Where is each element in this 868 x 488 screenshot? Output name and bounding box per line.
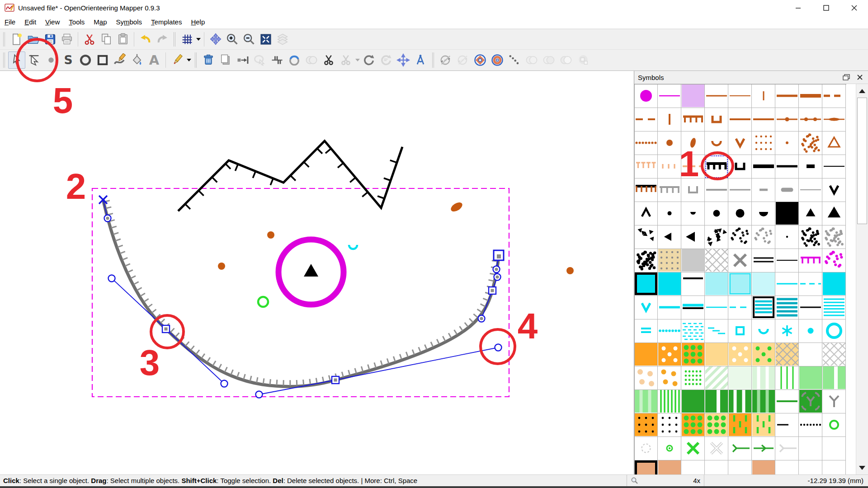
symbol-tile[interactable] [705, 413, 728, 437]
control-point-handle[interactable] [495, 344, 502, 351]
symbol-tile[interactable] [705, 225, 728, 249]
control-point-handle[interactable] [108, 275, 115, 282]
edit-point-button[interactable] [8, 52, 25, 69]
draw-rect-button[interactable] [94, 52, 111, 69]
dots-diag-button[interactable] [506, 52, 523, 69]
symbol-tile[interactable] [752, 343, 775, 366]
fill-bucket-button[interactable] [128, 52, 146, 69]
symbol-tile[interactable] [775, 272, 799, 296]
symbol-tile[interactable] [681, 272, 705, 296]
symbol-tile[interactable] [822, 319, 846, 343]
symbol-tile[interactable] [705, 437, 728, 460]
symbol-tile[interactable] [775, 155, 799, 178]
symbol-tile[interactable] [775, 366, 799, 390]
symbol-tile[interactable] [752, 413, 775, 437]
symbol-tile[interactable] [658, 460, 681, 474]
snap-button[interactable] [234, 52, 251, 69]
symbol-tile[interactable] [634, 413, 658, 437]
symbol-tile[interactable] [634, 155, 658, 178]
symbol-tile[interactable] [752, 272, 775, 296]
symbol-tile[interactable] [728, 155, 752, 178]
symbol-tile[interactable] [799, 296, 822, 319]
scroll-down-button[interactable] [856, 461, 868, 474]
symbols-scrollbar[interactable] [856, 84, 868, 474]
symbol-tile-selected[interactable] [705, 155, 728, 178]
symbol-tile[interactable] [728, 178, 752, 202]
symbol-tile[interactable] [775, 437, 799, 460]
symbol-tile[interactable] [658, 202, 681, 225]
symbol-tile[interactable] [752, 460, 775, 474]
symbol-tile[interactable] [822, 343, 846, 366]
symbol-tile[interactable] [705, 460, 728, 474]
symbol-tile[interactable] [728, 319, 752, 343]
symbol-tile[interactable] [658, 296, 681, 319]
symbol-tile[interactable] [681, 225, 705, 249]
close-button[interactable] [840, 0, 868, 15]
symbol-tile[interactable] [634, 460, 658, 474]
symbol-tile[interactable] [775, 343, 799, 366]
symbol-tile[interactable] [822, 296, 846, 319]
symbol-tile[interactable] [752, 178, 775, 202]
symbol-tile[interactable] [728, 366, 752, 390]
symbol-tile[interactable] [752, 437, 775, 460]
maximize-button[interactable] [812, 0, 840, 15]
print-button[interactable] [58, 31, 75, 48]
symbol-tile[interactable] [634, 249, 658, 272]
symbol-tile[interactable] [822, 366, 846, 390]
undo-button[interactable] [137, 31, 154, 48]
symbol-tile[interactable] [822, 131, 846, 155]
symbol-tile[interactable] [634, 343, 658, 366]
symbol-tile[interactable] [752, 249, 775, 272]
symbol-tile[interactable] [634, 296, 658, 319]
symbol-tile[interactable] [681, 131, 705, 155]
cut-freeform-button[interactable] [437, 52, 454, 69]
symbol-tile[interactable] [658, 155, 681, 178]
rotate-button[interactable] [360, 52, 377, 69]
grid-button[interactable] [179, 31, 195, 48]
symbol-tile[interactable] [822, 108, 846, 131]
switch-dash-button[interactable] [269, 52, 286, 69]
symbol-tile[interactable] [658, 437, 681, 460]
symbol-tile[interactable] [658, 319, 681, 343]
symbol-tile[interactable] [728, 296, 752, 319]
symbol-tile[interactable] [681, 413, 705, 437]
symbol-tile[interactable] [681, 178, 705, 202]
symbol-tile[interactable] [799, 178, 822, 202]
point-object[interactable] [267, 231, 274, 239]
symbol-tile[interactable] [799, 390, 822, 413]
minimize-button[interactable] [784, 0, 812, 15]
symbol-tile[interactable] [658, 413, 681, 437]
symbol-tile[interactable] [705, 178, 728, 202]
pen-button[interactable] [169, 52, 186, 69]
symbol-tile[interactable] [634, 84, 658, 108]
cut-button[interactable] [81, 31, 98, 48]
symbol-tile[interactable] [728, 249, 752, 272]
symbol-tile[interactable] [799, 249, 822, 272]
symbol-tile[interactable] [658, 366, 681, 390]
symbol-tile[interactable] [822, 202, 846, 225]
symbol-tile[interactable] [658, 84, 681, 108]
save-button[interactable] [42, 31, 58, 48]
symbol-tile[interactable] [752, 131, 775, 155]
symbol-tile[interactable] [634, 202, 658, 225]
draw-point-button[interactable] [42, 52, 60, 69]
symbol-tile[interactable] [705, 319, 728, 343]
symbol-tile[interactable] [634, 390, 658, 413]
point-object[interactable] [218, 263, 225, 270]
show-all-button[interactable] [257, 31, 274, 48]
symbol-tile[interactable] [705, 84, 728, 108]
symbol-tile[interactable] [775, 131, 799, 155]
symbol-tile[interactable] [822, 413, 846, 437]
symbol-tile[interactable] [775, 84, 799, 108]
scrollbar-thumb[interactable] [857, 98, 867, 224]
symbol-tile[interactable] [705, 296, 728, 319]
symbol-tile[interactable] [752, 155, 775, 178]
symbol-tile[interactable] [799, 225, 822, 249]
symbol-tile[interactable] [728, 343, 752, 366]
symbol-tile[interactable] [705, 108, 728, 131]
symbol-tile[interactable] [799, 108, 822, 131]
symbol-tile[interactable] [681, 202, 705, 225]
copy-button[interactable] [98, 31, 114, 48]
symbol-tile[interactable] [775, 225, 799, 249]
symbol-tile[interactable] [634, 437, 658, 460]
